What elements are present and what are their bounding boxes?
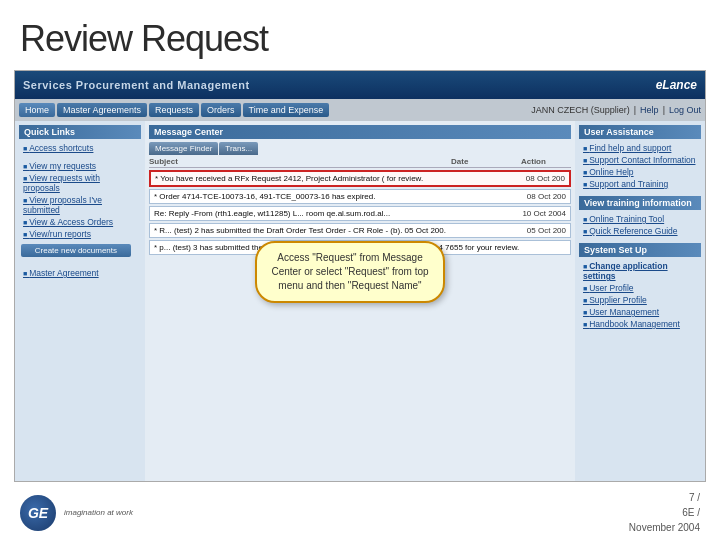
callout-bubble: Access "Request" from Message Center or …	[255, 241, 445, 303]
nav-orders[interactable]: Orders	[201, 103, 241, 117]
message-center-title: Message Center	[149, 125, 571, 139]
footer-page-info: 7 / 6E / November 2004	[629, 490, 700, 535]
main-content: Quick Links Access shortcuts View my req…	[15, 121, 705, 481]
message-text-2: Re: Reply -From (rth1.eagle, wt11285) L.…	[154, 209, 518, 218]
link-support-contact[interactable]: Support Contact Information	[579, 154, 701, 166]
right-sidebar: User Assistance Find help and support Su…	[575, 121, 705, 481]
link-quick-reference[interactable]: Quick Reference Guide	[579, 225, 701, 237]
message-text-3: * R... (test) 2 has submitted the Draft …	[154, 226, 523, 235]
nav-time-expense[interactable]: Time and Expense	[243, 103, 330, 117]
slide-number: 6E /	[629, 505, 700, 520]
message-row-2[interactable]: Re: Reply -From (rth1.eagle, wt11285) L.…	[149, 206, 571, 221]
brand-label: eLance	[656, 78, 697, 92]
link-online-training[interactable]: Online Training Tool	[579, 213, 701, 225]
nav-requests[interactable]: Requests	[149, 103, 199, 117]
message-date-0: 08 Oct 200	[526, 174, 565, 183]
browser-container: Services Procurement and Management eLan…	[14, 70, 706, 482]
page-number: 7 /	[629, 490, 700, 505]
link-online-help[interactable]: Online Help	[579, 166, 701, 178]
message-text-1: * Order 4714-TCE-10073-16, 491-TCE_00073…	[154, 192, 523, 201]
create-new-documents-button[interactable]: Create new documents	[21, 244, 131, 257]
nav-user-info: JANN CZECH (Supplier) | Help | Log Out	[531, 105, 701, 115]
link-view-requests[interactable]: View my requests	[19, 160, 141, 172]
footer-tagline: imagination at work	[64, 508, 133, 517]
top-nav: Services Procurement and Management eLan…	[15, 71, 705, 99]
link-view-requests-proposals[interactable]: View requests with proposals	[19, 172, 141, 194]
user-assistance-title: User Assistance	[579, 125, 701, 139]
footer-logo: GE imagination at work	[20, 495, 133, 531]
tab-message-finder[interactable]: Message Finder	[149, 142, 218, 155]
message-text-0: * You have received a RFx Request 2412, …	[155, 174, 522, 183]
training-title: View training information	[579, 196, 701, 210]
link-change-settings[interactable]: Change application settings	[579, 260, 701, 282]
app-title: Services Procurement and Management	[23, 79, 656, 91]
message-row-0[interactable]: * You have received a RFx Request 2412, …	[149, 170, 571, 187]
message-date-3: 05 Oct 200	[527, 226, 566, 235]
footer-date: November 2004	[629, 520, 700, 535]
system-setup-title: System Set Up	[579, 243, 701, 257]
message-row-1[interactable]: * Order 4714-TCE-10073-16, 491-TCE_00073…	[149, 189, 571, 204]
ge-logo: GE	[20, 495, 56, 531]
tabs-row: Message Finder Trans...	[149, 142, 571, 155]
footer: GE imagination at work 7 / 6E / November…	[0, 482, 720, 539]
link-user-management[interactable]: User Management	[579, 306, 701, 318]
link-view-proposals-submitted[interactable]: View proposals I've submitted	[19, 194, 141, 216]
tab-trans[interactable]: Trans...	[219, 142, 258, 155]
link-find-help[interactable]: Find help and support	[579, 142, 701, 154]
link-supplier-profile[interactable]: Supplier Profile	[579, 294, 701, 306]
page-title: Review Request	[0, 0, 720, 70]
link-support-training[interactable]: Support and Training	[579, 178, 701, 190]
link-view-run-reports[interactable]: View/run reports	[19, 228, 141, 240]
quick-links-title: Quick Links	[19, 125, 141, 139]
second-nav: Home Master Agreements Requests Orders T…	[15, 99, 705, 121]
message-date-2: 10 Oct 2004	[522, 209, 566, 218]
message-header: Subject Date Action	[149, 157, 571, 168]
nav-logout[interactable]: Log Out	[669, 105, 701, 115]
link-handbook-management[interactable]: Handbook Management	[579, 318, 701, 330]
message-row-3[interactable]: * R... (test) 2 has submitted the Draft …	[149, 223, 571, 238]
nav-help[interactable]: Help	[640, 105, 659, 115]
message-date-1: 08 Oct 200	[527, 192, 566, 201]
nav-master-agreements[interactable]: Master Agreements	[57, 103, 147, 117]
link-access-shortcuts[interactable]: Access shortcuts	[19, 142, 141, 154]
link-master-agreement[interactable]: Master Agreement	[19, 267, 141, 279]
left-sidebar: Quick Links Access shortcuts View my req…	[15, 121, 145, 481]
link-user-profile[interactable]: User Profile	[579, 282, 701, 294]
nav-home[interactable]: Home	[19, 103, 55, 117]
link-view-access-orders[interactable]: View & Access Orders	[19, 216, 141, 228]
